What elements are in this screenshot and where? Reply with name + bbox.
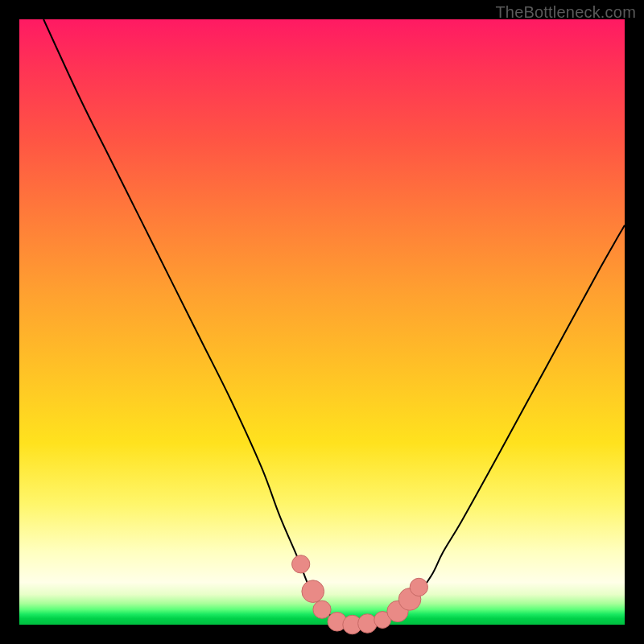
curve-marker	[313, 601, 331, 618]
curve-marker	[358, 614, 378, 634]
bottleneck-curve	[43, 19, 625, 625]
curve-layer	[19, 19, 625, 625]
curve-marker	[292, 555, 310, 573]
watermark-text: TheBottleneck.com	[495, 3, 636, 22]
chart-frame: TheBottleneck.com	[0, 0, 644, 644]
curve-marker	[302, 580, 324, 603]
curve-marker	[410, 578, 427, 596]
